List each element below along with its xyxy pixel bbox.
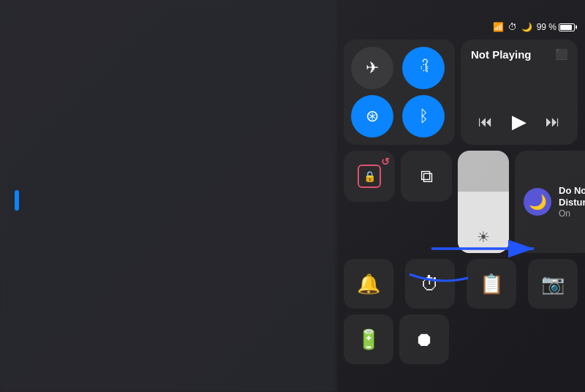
airplane-icon: ✈ bbox=[366, 59, 379, 78]
battery-container: 99 % bbox=[537, 22, 575, 32]
battery-widget-icon: 🔋 bbox=[357, 328, 380, 351]
battery-widget-button[interactable]: 🔋 bbox=[344, 314, 393, 364]
bluetooth-button[interactable]: ᛒ bbox=[402, 95, 445, 137]
do-not-disturb-panel[interactable]: 🌙 Do Not Disturb On bbox=[515, 151, 585, 253]
timer-button[interactable]: ⏱ bbox=[405, 259, 455, 309]
wifi-icon: ⊛ bbox=[366, 107, 379, 126]
notes-button[interactable]: 📋 bbox=[467, 259, 516, 309]
bell-icon: 🔔 bbox=[357, 273, 380, 295]
screen-record-icon: ⏺ bbox=[415, 328, 434, 351]
status-bar: 📶 ⏱ 🌙 99 % bbox=[344, 22, 578, 32]
timer-status-icon: ⏱ bbox=[508, 22, 517, 32]
dnd-status: On bbox=[559, 208, 585, 219]
left-top-controls: 🔒 ↺ ⧉ bbox=[344, 151, 452, 202]
screen-mirror-button[interactable]: ⧉ bbox=[401, 151, 452, 202]
sidebar-background bbox=[0, 0, 336, 392]
bluetooth-icon: ᛒ bbox=[419, 107, 429, 126]
airplane-mode-button[interactable]: ✈ bbox=[351, 47, 393, 89]
battery-fill bbox=[560, 25, 572, 30]
dnd-text: Do Not Disturb On bbox=[559, 185, 585, 218]
brightness-panel[interactable]: ☀ bbox=[458, 151, 509, 253]
screen-lock-button[interactable]: 🔒 ↺ bbox=[344, 151, 395, 202]
now-playing-header: Not Playing ⬛ bbox=[471, 48, 567, 61]
connectivity-panel: ✈ ᭄ ⊛ ᛒ bbox=[344, 39, 455, 145]
middle-row: 🔒 ↺ ⧉ ☀ 🌙 Do Not bbox=[344, 151, 578, 253]
dnd-title-line2: Disturb bbox=[559, 197, 585, 208]
control-center: 📶 ⏱ 🌙 99 % ✈ ᭄ ⊛ ᛒ bbox=[344, 22, 578, 364]
cellular-icon: ᭄ bbox=[420, 59, 428, 78]
wifi-status-icon: 📶 bbox=[493, 22, 504, 32]
row4: 🔋 ⏺ bbox=[344, 314, 578, 364]
play-button[interactable]: ▶ bbox=[509, 108, 529, 136]
wifi-button[interactable]: ⊛ bbox=[351, 95, 393, 137]
brightness-icon: ☀ bbox=[477, 228, 490, 246]
next-button[interactable]: ⏭ bbox=[543, 110, 563, 133]
screen-record-button[interactable]: ⏺ bbox=[399, 314, 449, 364]
mute-button[interactable]: 🔔 bbox=[344, 259, 393, 309]
left-controls: 🔒 ↺ ⧉ bbox=[344, 151, 452, 253]
now-playing-panel[interactable]: Not Playing ⬛ ⏮ ▶ ⏭ bbox=[461, 39, 578, 145]
now-playing-title: Not Playing bbox=[471, 48, 532, 61]
now-playing-controls: ⏮ ▶ ⏭ bbox=[471, 108, 567, 136]
dnd-moon-icon: 🌙 bbox=[524, 188, 551, 216]
battery-percent: 99 % bbox=[537, 22, 556, 32]
sidebar-accent bbox=[15, 190, 19, 211]
dnd-title-line1: Do Not bbox=[559, 185, 585, 197]
cellular-button[interactable]: ᭄ bbox=[402, 47, 445, 89]
previous-button[interactable]: ⏮ bbox=[475, 110, 496, 133]
notes-icon: 📋 bbox=[480, 273, 503, 295]
row3: 🔔 ⏱ 📋 📷 bbox=[344, 259, 578, 309]
top-row: ✈ ᭄ ⊛ ᛒ Not Playing ⬛ ⏮ ▶ ⏭ bbox=[344, 39, 578, 145]
mirror-icon: ⧉ bbox=[420, 166, 433, 186]
moon-icon: 🌙 bbox=[529, 193, 547, 211]
airplay-icon[interactable]: ⬛ bbox=[555, 48, 567, 60]
moon-status-icon: 🌙 bbox=[521, 22, 532, 32]
camera-button[interactable]: 📷 bbox=[528, 259, 578, 309]
battery-icon bbox=[559, 23, 575, 31]
camera-icon: 📷 bbox=[541, 273, 565, 295]
timer-icon: ⏱ bbox=[420, 273, 439, 295]
